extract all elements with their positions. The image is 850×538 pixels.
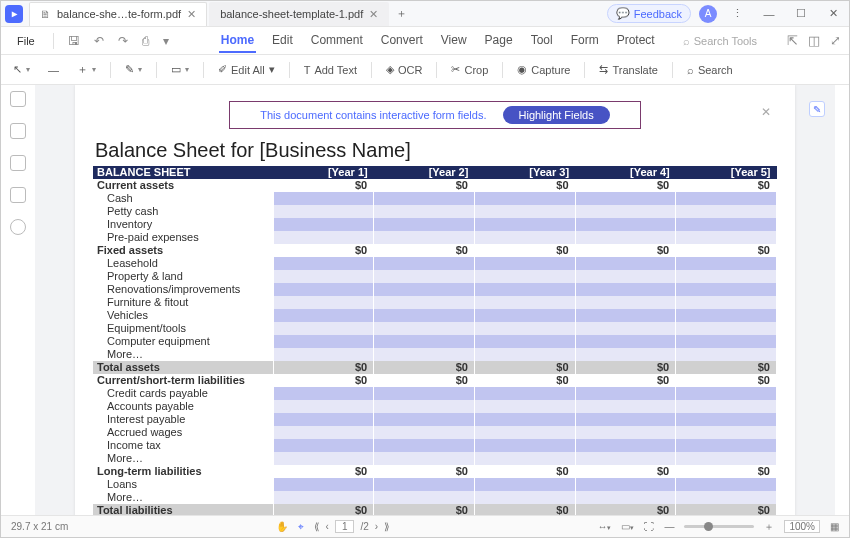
text-icon: T — [304, 64, 311, 76]
menu-tab-protect[interactable]: Protect — [615, 29, 657, 53]
minimize-button[interactable]: — — [757, 2, 781, 26]
undo-icon[interactable]: ↶ — [90, 34, 108, 48]
thumbnails-icon[interactable] — [10, 91, 26, 107]
menu-tab-home[interactable]: Home — [219, 29, 256, 53]
menu-tab-page[interactable]: Page — [483, 29, 515, 53]
menu-tab-convert[interactable]: Convert — [379, 29, 425, 53]
hdr-y4: [Year 4] — [575, 166, 676, 179]
section-current-assets: Current assets — [93, 179, 273, 192]
menu-tab-form[interactable]: Form — [569, 29, 601, 53]
crop-label: Crop — [464, 64, 488, 76]
search-tools-ph: Search Tools — [694, 35, 757, 47]
zoom-value[interactable]: 100% — [784, 520, 820, 533]
left-rail — [1, 85, 35, 515]
prev-page-icon[interactable]: ‹ — [326, 521, 329, 532]
menu-tab-comment[interactable]: Comment — [309, 29, 365, 53]
capture-button[interactable]: ◉Capture — [513, 61, 574, 78]
page-layout-icon[interactable]: ▭▾ — [621, 521, 634, 532]
kebab-icon[interactable]: ⋮ — [725, 2, 749, 26]
zoom-in-icon[interactable]: ＋ — [764, 520, 774, 534]
search-button[interactable]: ⌕Search — [683, 62, 737, 78]
translate-label: Translate — [612, 64, 657, 76]
avatar[interactable]: A — [699, 5, 717, 23]
chat-icon: 💬 — [616, 7, 630, 20]
translate-icon: ⇆ — [599, 63, 608, 76]
cursor-icon: ↖ — [13, 63, 22, 76]
share-icon[interactable]: ⇱ — [787, 33, 798, 48]
layers-icon[interactable] — [10, 187, 26, 203]
tab-1[interactable]: 🗎 balance-she…te-form.pdf ✕ — [29, 2, 207, 26]
menu-tab-edit[interactable]: Edit — [270, 29, 295, 53]
zoom-minus[interactable]: — — [44, 64, 63, 76]
form-banner: This document contains interactive form … — [229, 101, 640, 129]
hand-tool-icon[interactable]: ✋ — [276, 521, 288, 532]
expand-icon[interactable]: ⤢ — [830, 33, 841, 48]
page-total: /2 — [360, 521, 368, 532]
cursor-tool[interactable]: ↖▾ — [9, 63, 34, 76]
menu-tab-view[interactable]: View — [439, 29, 469, 53]
page-title: Balance Sheet for [Business Name] — [95, 139, 777, 162]
crop-button[interactable]: ✂Crop — [447, 61, 492, 78]
highlighter-tool[interactable]: ✎▾ — [121, 63, 146, 76]
add-text-button[interactable]: TAdd Text — [300, 62, 361, 78]
maximize-button[interactable]: ☐ — [789, 2, 813, 26]
next-page-icon[interactable]: › — [375, 521, 378, 532]
rect-icon: ▭ — [171, 63, 181, 76]
feedback-button[interactable]: 💬 Feedback — [607, 4, 691, 23]
last-page-icon[interactable]: ⟫ — [384, 521, 390, 532]
feedback-label: Feedback — [634, 8, 682, 20]
edit-all-button[interactable]: ✐Edit All▾ — [214, 61, 279, 78]
section-cst-liab: Current/short-term liabilities — [93, 374, 273, 387]
close-button[interactable]: ✕ — [821, 2, 845, 26]
ocr-icon: ◈ — [386, 63, 394, 76]
section-lt-liab: Long-term liabilities — [93, 465, 273, 478]
edit-all-icon: ✐ — [218, 63, 227, 76]
banner-close-icon[interactable]: ✕ — [761, 105, 771, 119]
new-tab-button[interactable]: ＋ — [391, 6, 411, 21]
search-tools[interactable]: ⌕ Search Tools — [683, 35, 757, 47]
banner-text: This document contains interactive form … — [260, 109, 486, 121]
chevron-down-icon[interactable]: ▾ — [159, 34, 173, 48]
zoom-out-icon[interactable]: — — [664, 521, 674, 532]
translate-button[interactable]: ⇆Translate — [595, 61, 661, 78]
file-menu[interactable]: File — [9, 33, 43, 49]
add-text-label: Add Text — [314, 64, 357, 76]
zoom-plus[interactable]: ＋▾ — [73, 62, 100, 77]
total-assets: Total assets — [93, 361, 273, 374]
ocr-button[interactable]: ◈OCR — [382, 61, 426, 78]
fit-width-icon[interactable]: ↔▾ — [597, 521, 611, 532]
highlight-fields-button[interactable]: Highlight Fields — [503, 106, 610, 124]
rect-tool[interactable]: ▭▾ — [167, 63, 193, 76]
close-icon[interactable]: ✕ — [187, 8, 196, 21]
redo-icon[interactable]: ↷ — [114, 34, 132, 48]
fullscreen-icon[interactable]: ⛶ — [644, 521, 654, 532]
tab-2-label: balance-sheet-template-1.pdf — [220, 8, 363, 20]
form-badge-icon[interactable]: ✎ — [809, 101, 825, 117]
hdr-y5: [Year 5] — [676, 166, 777, 179]
ocr-label: OCR — [398, 64, 422, 76]
app-logo: ▸ — [5, 5, 23, 23]
bookmark-icon[interactable] — [10, 123, 26, 139]
first-page-icon[interactable]: ⟪ — [314, 521, 320, 532]
menu-tab-tool[interactable]: Tool — [529, 29, 555, 53]
attachment-icon[interactable] — [10, 155, 26, 171]
camera-icon: ◉ — [517, 63, 527, 76]
search-icon: ⌕ — [683, 35, 690, 47]
page-dimensions: 29.7 x 21 cm — [11, 521, 68, 532]
reading-mode-icon[interactable]: ▦ — [830, 521, 839, 532]
tab-2[interactable]: balance-sheet-template-1.pdf ✕ — [209, 2, 389, 26]
cloud-icon[interactable]: ◫ — [808, 33, 820, 48]
comments-icon[interactable] — [10, 219, 26, 235]
save-icon[interactable]: 🖫 — [64, 34, 84, 48]
print-icon[interactable]: ⎙ — [138, 34, 153, 48]
close-icon[interactable]: ✕ — [369, 8, 378, 21]
highlighter-icon: ✎ — [125, 63, 134, 76]
crop-icon: ✂ — [451, 63, 460, 76]
section-fixed-assets: Fixed assets — [93, 244, 273, 257]
tab-1-label: balance-she…te-form.pdf — [57, 8, 181, 20]
search-icon: ⌕ — [687, 64, 694, 76]
select-tool-icon[interactable]: ⌖ — [298, 521, 304, 533]
zoom-slider[interactable] — [684, 525, 754, 528]
page-input[interactable]: 1 — [335, 520, 355, 533]
edit-all-label: Edit All — [231, 64, 265, 76]
